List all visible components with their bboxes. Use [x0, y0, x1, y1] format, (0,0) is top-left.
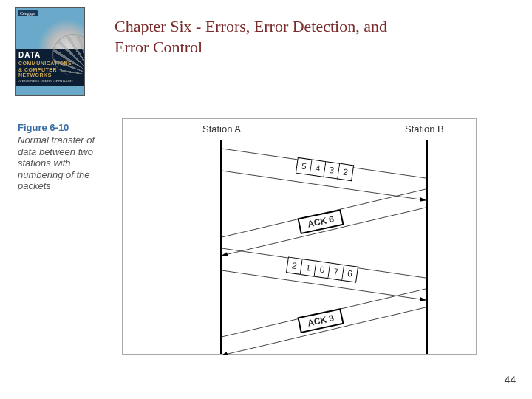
figure-description: Normal transfer of data between two stat…: [18, 134, 95, 191]
ack-group-2: ACK 3: [297, 308, 344, 333]
timeline-a: [220, 140, 222, 354]
packet-box: 6: [342, 265, 358, 282]
packet-box: 2: [338, 163, 354, 181]
cover-subtitle: A BUSINESS USER'S APPROACH: [18, 79, 81, 83]
station-b-label: Station B: [405, 123, 444, 134]
timeline-b: [426, 140, 428, 354]
sequence-diagram: Station A Station B 5 4 3 2 ACK 6 2: [122, 118, 477, 355]
ack-group-1: ACK 6: [297, 209, 344, 234]
station-a-label: Station A: [202, 123, 241, 134]
figure-caption: Figure 6-10 Normal transfer of data betw…: [18, 122, 110, 192]
book-cover-thumbnail: Cengage DATA COMMUNICATIONS & COMPUTER N…: [15, 7, 85, 96]
packet-group-2: 2 1 0 7 6: [286, 256, 358, 282]
packet-group-1: 5 4 3 2: [296, 157, 354, 182]
slide-title: Chapter Six - Errors, Error Detection, a…: [115, 16, 425, 57]
figure-number: Figure 6-10: [18, 122, 110, 133]
page-number: 44: [504, 374, 516, 386]
ack-box: ACK 3: [297, 308, 344, 333]
cover-brand: Cengage: [18, 10, 38, 16]
ack-box: ACK 6: [297, 209, 344, 234]
